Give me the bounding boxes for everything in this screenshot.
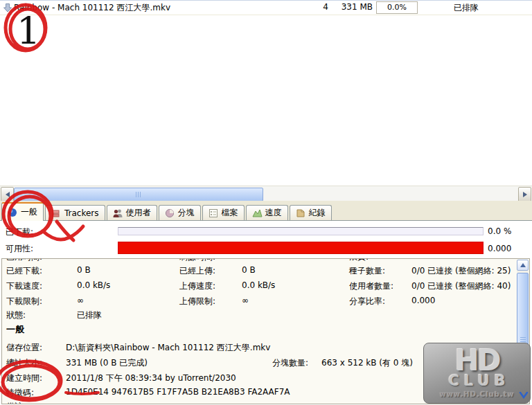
right-arrow-icon [523, 192, 527, 197]
tab-pieces[interactable]: 分塊 [159, 205, 201, 220]
upload-speed-value: 0.0 kB/s [242, 280, 275, 290]
uploaded-amount-label: 已經上傳: [179, 265, 215, 277]
tab-label: 分塊 [178, 207, 195, 219]
scroll-right-button[interactable] [518, 187, 531, 202]
queued-download-arrow-icon [3, 3, 12, 12]
downloaded-amount-value: 0 B [77, 265, 91, 275]
tab-speed[interactable]: 速度 [246, 205, 288, 220]
peers-value: 0/0 已連接 (整個網絡: 40) [411, 280, 511, 292]
downloaded-amount-label: 已經下載: [6, 265, 42, 277]
seeds-value: 0/0 已連接 (整個網絡: 25) [411, 265, 511, 277]
download-limit-value: ∞ [77, 296, 84, 305]
torrent-status: 已排隊 [454, 2, 479, 14]
torrent-progress-value: 0.0% [387, 3, 407, 12]
up-arrow-icon [520, 263, 526, 267]
torrent-peers: 4 [313, 2, 328, 12]
availability-bar [118, 242, 484, 254]
peers-label: 使用者數量: [349, 280, 393, 292]
row-separator [0, 15, 532, 15]
hdclub-logo: HD [454, 348, 499, 373]
scroll-up-button[interactable] [517, 260, 529, 271]
log-book-icon [296, 208, 306, 218]
speed-graph-icon [252, 208, 263, 218]
uploaded-amount-value: 0 B [242, 265, 256, 275]
created-on-value: 2011/1/8 下午 08:39:34 by uTorrent/2030 [66, 372, 236, 384]
downloaded-progress-bar [118, 227, 484, 235]
upload-speed-label: 上傳速度: [179, 280, 215, 292]
hash-value: 1D4F0E14 947617B5 F17F7A5B B21EA8B3 FA2A… [66, 387, 290, 397]
tab-label: 檔案 [222, 207, 238, 219]
horizontal-scrollbar-thumb[interactable] [14, 188, 263, 201]
users-icon [113, 208, 123, 218]
elapsed-label-clipped: 已用時間: [6, 258, 42, 263]
file-list-icon [209, 208, 219, 218]
thumb-grip [136, 192, 142, 197]
horizontal-scrollbar[interactable] [0, 186, 532, 201]
watermark-down-chevron-icon [519, 392, 529, 399]
availability-value: 0.000 [488, 244, 511, 253]
general-section-header: 一般 [6, 323, 24, 336]
hdclub-club-text: CLUB [448, 372, 510, 389]
hash-label: 特徵碼: [6, 387, 34, 399]
tracker-server-icon [51, 208, 62, 218]
upload-limit-label: 上傳限制: [179, 296, 215, 307]
created-on-label: 建立時間: [6, 372, 42, 384]
total-size-label: 總計大小: [6, 357, 42, 369]
download-speed-label: 下載速度: [6, 280, 42, 292]
hdclub-url: www.HD.Club.tw [439, 390, 514, 398]
torrent-size: 331 MB [335, 2, 373, 12]
tab-label: 紀錄 [309, 207, 326, 219]
downloaded-percent: 0.0 % [488, 226, 511, 236]
status-label: 狀態: [6, 309, 26, 321]
save-location-value: D:\新資料夾\Rainbow - Mach 101112 西江大學.mkv [66, 342, 270, 354]
comment-label-clipped: 備註: [6, 401, 26, 404]
tab-label: Trackers [64, 208, 99, 218]
tab-label: 使用者 [126, 207, 151, 219]
torrent-row[interactable]: Rainbow - Mach 101112 西江大學.mkv 4 331 MB … [0, 1, 532, 14]
list-top-border [0, 0, 532, 1]
seeds-label: 種子數量: [349, 265, 385, 277]
tab-logger[interactable]: 紀錄 [290, 205, 332, 220]
download-limit-label: 下載限制: [6, 296, 42, 307]
wasted-label-clipped: 浪費: [349, 258, 369, 263]
remaining-label-clipped: 剩餘時間: [179, 258, 215, 263]
tab-trackers[interactable]: Trackers [45, 205, 105, 220]
scroll-left-button[interactable] [1, 187, 14, 202]
status-value: 已排隊 [77, 309, 102, 321]
downloaded-label: 已下載: [6, 226, 33, 238]
tab-peers[interactable]: 使用者 [107, 205, 157, 220]
tab-files[interactable]: 檔案 [202, 205, 245, 220]
tab-label: 速度 [265, 207, 282, 219]
annotation-number: 1 [17, 10, 40, 53]
pie-chart-icon [165, 208, 175, 218]
globe-icon [8, 208, 18, 217]
total-size-value: 331 MB (0 B 已完成) [66, 357, 148, 369]
torrent-progress-cell: 0.0% [376, 1, 418, 14]
share-ratio-label: 分享比率: [349, 296, 385, 307]
tab-general[interactable]: 一般 [1, 202, 44, 221]
availability-label: 可用性: [6, 243, 33, 255]
detail-tab-bar: 一般 Trackers 使用者 分塊 檔案 [0, 201, 532, 220]
hdclub-watermark: HD CLUB www.HD.Club.tw [423, 343, 531, 404]
share-ratio-value: 0.000 [411, 296, 435, 305]
pieces-label: 分塊數量: [272, 357, 308, 369]
pieces-value: 663 x 512 kB (有 0 塊) [321, 357, 413, 369]
upload-limit-value: ∞ [242, 296, 249, 305]
tab-label: 一般 [21, 206, 37, 218]
save-location-label: 儲存位置: [6, 342, 42, 354]
torrent-name: Rainbow - Mach 101112 西江大學.mkv [14, 2, 170, 14]
download-speed-value: 0.0 kB/s [77, 280, 110, 290]
left-arrow-icon [6, 192, 10, 197]
